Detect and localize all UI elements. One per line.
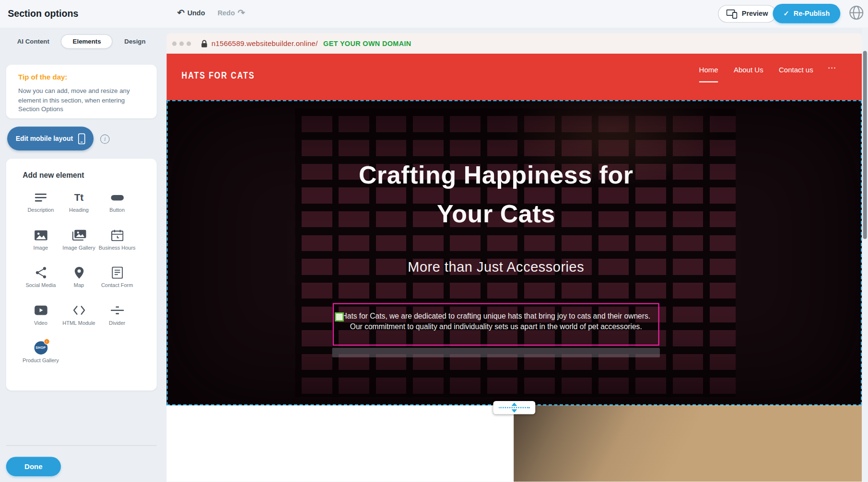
contact-form-icon [112, 265, 123, 280]
get-domain-link[interactable]: GET YOUR OWN DOMAIN [323, 40, 411, 47]
tab-design[interactable]: Design [119, 35, 151, 48]
element-label: Heading [60, 207, 98, 214]
add-element-html-module[interactable]: HTML Module [60, 298, 98, 336]
element-label: Image Gallery [60, 244, 98, 251]
done-button[interactable]: Done [6, 457, 61, 476]
redo-label: Redo [218, 10, 235, 17]
add-element-title: Add new element [6, 159, 157, 179]
site-url: n1566589.websitebuilder.online/ [211, 39, 318, 47]
nav-link-contact[interactable]: Contact us [779, 66, 813, 82]
republish-label: Re-Publish [794, 10, 830, 17]
hero-paragraph[interactable]: Hats for Cats, we are dedicated to craft… [340, 311, 653, 333]
hero-subtitle[interactable]: More than Just Accessories [166, 259, 825, 275]
preview-button[interactable]: Preview [718, 5, 776, 23]
add-element-map[interactable]: Map [60, 261, 98, 298]
element-label: Map [60, 282, 98, 289]
next-section[interactable] [166, 405, 862, 482]
sidebar-divider [6, 445, 157, 446]
section-resize-handle[interactable] [493, 401, 536, 414]
add-element-heading[interactable]: Tt Heading [60, 186, 98, 223]
add-element-social-media[interactable]: Social Media [22, 261, 60, 298]
add-element-product-gallery[interactable]: SHOP ↑ Product Gallery [22, 336, 60, 374]
republish-button[interactable]: ✓ Re-Publish [773, 4, 840, 23]
tab-ai-content[interactable]: AI Content [12, 35, 55, 48]
element-label: Image [22, 244, 60, 251]
edit-mobile-layout-button[interactable]: Edit mobile layout [7, 126, 94, 150]
resize-dotted-line [499, 407, 530, 408]
site-header: HATS FOR CATS Home About Us Contact us ⋯ [166, 54, 862, 100]
website-builder-app: Section options ↶ Undo Redo ↷ Preview ✓ … [0, 0, 868, 482]
element-label: Business Hours [98, 244, 136, 251]
undo-button[interactable]: ↶ Undo [177, 9, 205, 17]
info-icon[interactable]: i [100, 135, 110, 144]
hero-title-line2[interactable]: Your Cats [166, 200, 825, 229]
tip-body: Now you can add, move and resize any ele… [18, 86, 144, 114]
preview-label: Preview [742, 10, 768, 18]
nav-link-home[interactable]: Home [699, 66, 718, 82]
button-icon [110, 190, 124, 205]
redo-button[interactable]: Redo ↷ [218, 9, 245, 17]
add-element-divider[interactable]: Divider [98, 298, 136, 336]
product-gallery-icon: SHOP ↑ [34, 341, 47, 355]
selected-paragraph-element[interactable]: Hats for Cats, we are dedicated to craft… [333, 303, 659, 346]
add-element-panel: Add new element Description Tt Heading B… [6, 159, 157, 390]
hidden-element-placeholder [332, 348, 660, 357]
resize-arrow-down-icon [512, 409, 517, 413]
description-icon [35, 190, 47, 205]
add-element-contact-form[interactable]: Contact Form [98, 261, 136, 298]
resize-arrow-up-icon [512, 402, 517, 406]
html-code-icon [72, 303, 86, 318]
element-grid: Description Tt Heading Button Image [22, 186, 157, 374]
element-label: Contact Form [98, 282, 136, 289]
social-media-icon [35, 265, 47, 280]
window-dot [179, 41, 184, 46]
undo-label: Undo [188, 10, 205, 17]
element-label: Video [22, 320, 60, 326]
window-dot [172, 41, 176, 46]
element-label: Product Gallery [22, 357, 60, 364]
hero-title-line1[interactable]: Crafting Happiness for [166, 161, 825, 190]
tab-elements[interactable]: Elements [61, 34, 113, 49]
element-drag-handle[interactable] [335, 312, 343, 321]
element-label: Divider [98, 320, 136, 326]
heading-icon: Tt [74, 190, 84, 205]
add-element-video[interactable]: Video [22, 298, 60, 336]
top-toolbar: Section options ↶ Undo Redo ↷ Preview ✓ … [0, 0, 868, 28]
nav-link-about[interactable]: About Us [734, 66, 763, 82]
scrollbar-thumb[interactable] [863, 51, 867, 239]
video-icon [34, 303, 47, 318]
undo-icon: ↶ [177, 9, 184, 17]
page-title: Section options [8, 8, 78, 19]
site-logo[interactable]: HATS FOR CATS [182, 69, 255, 80]
map-pin-icon [73, 265, 84, 280]
add-element-description[interactable]: Description [22, 186, 60, 223]
pavement-photo [514, 405, 862, 482]
window-dot [187, 41, 191, 46]
scrollbar[interactable] [862, 28, 868, 482]
sidebar-tabs: AI Content Elements Design [6, 33, 157, 50]
window-control-dots [172, 41, 191, 46]
add-element-image[interactable]: Image [22, 223, 60, 261]
business-hours-icon [111, 228, 123, 242]
tip-of-the-day-card: Tip of the day: Now you can add, move an… [6, 65, 157, 118]
browser-chrome-bar: n1566589.websitebuilder.online/ GET YOUR… [166, 33, 862, 54]
image-icon [34, 228, 47, 242]
lock-icon [201, 40, 208, 47]
edit-mobile-label: Edit mobile layout [16, 135, 73, 142]
add-element-business-hours[interactable]: Business Hours [98, 223, 136, 261]
site-nav: Home About Us Contact us [699, 66, 813, 82]
tip-title: Tip of the day: [18, 73, 144, 81]
devices-icon [726, 9, 737, 19]
phone-icon [78, 133, 85, 144]
check-icon: ✓ [784, 10, 789, 18]
divider-icon [110, 303, 124, 318]
element-label: Social Media [22, 282, 60, 289]
add-element-image-gallery[interactable]: Image Gallery [60, 223, 98, 261]
hero-section[interactable]: Crafting Happiness for Your Cats More th… [166, 100, 862, 405]
nav-more-menu[interactable]: ⋯ [828, 62, 836, 72]
redo-icon: ↷ [238, 9, 245, 17]
shop-badge-label: SHOP [35, 346, 46, 350]
upgrade-badge-icon: ↑ [44, 338, 50, 344]
add-element-button[interactable]: Button [98, 186, 136, 223]
language-globe-icon[interactable] [849, 5, 864, 20]
